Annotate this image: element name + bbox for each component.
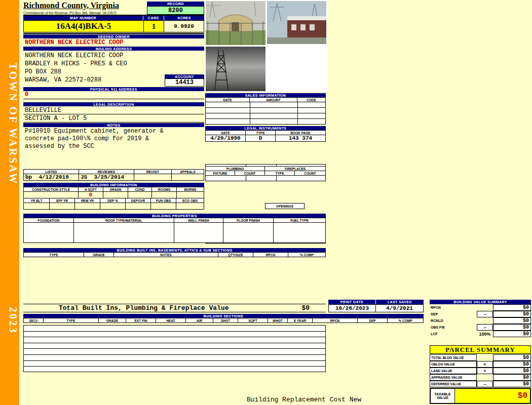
- depovr-field[interactable]: [125, 202, 151, 210]
- built-ins-total-label: Total Built Ins, Plumbing & Fireplace Va…: [59, 304, 229, 312]
- sec-comp-col: % COMP: [387, 318, 424, 323]
- sales-information-label: SALES INFORMATION: [205, 93, 326, 97]
- plumbing-fireplaces-subheader: FIXTURE COUNT TYPE COUNT: [205, 171, 326, 176]
- remyr-field[interactable]: [74, 202, 100, 210]
- built-ins-label: BUILDING BUILT INS, BASEMENTS, ATTICS & …: [23, 248, 326, 252]
- instrument-date-field[interactable]: 4/20/1990: [205, 135, 246, 142]
- notes-line: assessed by the SCC: [25, 143, 204, 150]
- record-field[interactable]: 8200: [147, 6, 204, 15]
- construction-style-field[interactable]: [23, 191, 79, 198]
- print-header-row: PRINT DATE LAST SAVED: [328, 300, 424, 304]
- rpcn-value: $0: [493, 304, 531, 311]
- revisit-field[interactable]: [134, 174, 172, 181]
- mailing-line: PO BOX 288: [25, 68, 167, 76]
- county-header: Richmond County, Virginia Commissioner o…: [23, 1, 147, 15]
- roof-field[interactable]: [73, 222, 174, 243]
- account-label: ACCOUNT: [165, 74, 204, 78]
- sec-eyear-col: E YEAR: [287, 318, 313, 323]
- sec-shgt-col: SHGT: [213, 318, 238, 323]
- reviewed-field[interactable]: JS 3/25/2014: [79, 174, 134, 181]
- map-divider: [23, 33, 204, 34]
- fireplace-type-col: TYPE: [264, 171, 295, 176]
- ecoobs-field[interactable]: [176, 202, 204, 210]
- instrument-type-field[interactable]: D: [245, 135, 276, 142]
- instrument-bookpage-field[interactable]: 143 374: [275, 135, 326, 142]
- mailing-line: BRADLEY H HICKS - PRES & CEO: [25, 60, 167, 68]
- dep-pct-field[interactable]: [100, 202, 126, 210]
- fixture-col: FIXTURE: [205, 171, 235, 176]
- lcf-factor: 100%: [477, 331, 493, 337]
- physical-address-field[interactable]: 0: [23, 91, 204, 99]
- cond-field[interactable]: [128, 191, 152, 198]
- card-label: CARD: [143, 16, 164, 20]
- foundation-field[interactable]: [23, 222, 74, 243]
- land-op: +: [477, 368, 493, 374]
- funobs-field[interactable]: [150, 202, 176, 210]
- building-properties-label: BUILDING PROPERTIES: [23, 214, 326, 218]
- building-info-values1: 0: [23, 191, 204, 198]
- sec-extfin-col: EXT FIN: [126, 318, 156, 323]
- building-value-summary-label: BUILDING VALUE SUMMARY: [430, 300, 531, 304]
- land-label: LAND VALUE: [430, 368, 477, 374]
- building-sections-header: SEC# TYPE GRADE EXT FIN HEAT AIR SHGT SQ…: [23, 318, 424, 323]
- lcf-label: LCF: [430, 331, 477, 337]
- yrblt-field[interactable]: [23, 202, 50, 210]
- notes-field[interactable]: P#10910 Equipment cabinet, generator & c…: [23, 128, 204, 168]
- floor-finish-field[interactable]: [223, 222, 274, 243]
- acres-field[interactable]: 0.0920: [164, 20, 204, 32]
- map-number-field[interactable]: 16A4(4)BKA-5: [23, 20, 144, 32]
- legal-description-line[interactable]: BELLEVILLE: [23, 106, 204, 114]
- sidebar-year-label: 2023: [0, 298, 19, 343]
- legal-description-line[interactable]: SECTION A - LOT 5: [23, 114, 204, 123]
- deeded-owner-label: DEEDED OWNER: [23, 34, 204, 38]
- map-header-row: MAP NUMBER CARD ACRES: [23, 16, 204, 20]
- wall-finish-field[interactable]: [174, 222, 223, 243]
- photo-brick-building[interactable]: [267, 1, 326, 44]
- sales-empty-rows: [205, 102, 326, 125]
- photo-metal-warehouse[interactable]: [206, 1, 265, 45]
- deferred-value: $0: [493, 381, 531, 387]
- builtin-type-col: TYPE: [23, 252, 84, 257]
- built-ins-header: TYPE GRADE NOTES QTY/SIZE RPCN % COMP: [23, 252, 326, 257]
- rpcn-op: [477, 304, 493, 311]
- sidebar: TOWN OF WARSAW 2023: [0, 0, 19, 405]
- total-bldg-op: [477, 354, 493, 361]
- appeals-field[interactable]: [171, 174, 204, 181]
- dep-label: DEP: [430, 311, 477, 317]
- rooms-field[interactable]: [151, 191, 177, 198]
- total-bldg-value: $0: [493, 354, 531, 361]
- fuel-type-field[interactable]: [273, 222, 326, 243]
- mailing-line: WARSAW, VA 22572-0288: [25, 76, 167, 84]
- openings-label: OPENINGS: [265, 203, 305, 209]
- plumbing-count-col: COUNT: [235, 171, 265, 176]
- building-value-summary: RPCN $0 DEP – $0 RCNLD $0 OBS F/E – $0 L…: [430, 304, 531, 337]
- mailing-address-field[interactable]: NORTHERN NECK ELECTRIC COOP BRADLEY H HI…: [25, 52, 167, 84]
- mailing-line: NORTHERN NECK ELECTRIC COOP: [25, 52, 167, 60]
- legal-description-label: LEGAL DESCRIPTION: [23, 102, 204, 106]
- obldg-op: +: [477, 361, 493, 368]
- map-value-row: 16A4(4)BKA-5 1 0.0920: [23, 20, 204, 32]
- sec-air-col: AIR: [185, 318, 213, 323]
- taxable-value-row: TAXABLE VALUE $0: [430, 388, 531, 404]
- photo-transmission-tower[interactable]: [206, 47, 265, 91]
- building-properties-values: [23, 222, 326, 243]
- last-saved-value: 4/9/2021: [375, 304, 424, 312]
- listed-value-row: bp 4/12/2019 JS 3/25/2014: [23, 174, 204, 181]
- card-field[interactable]: 1: [143, 20, 164, 32]
- built-ins-total-row: Total Built Ins, Plumbing & Fireplace Va…: [23, 304, 326, 312]
- county-title: Richmond County, Virginia: [23, 1, 147, 10]
- bdrms-field[interactable]: [176, 191, 204, 198]
- account-field[interactable]: 14413: [165, 78, 204, 87]
- photo-panel: [205, 0, 327, 92]
- obs-value: $0: [493, 324, 531, 331]
- listed-field[interactable]: bp 4/12/2019: [23, 174, 79, 181]
- record-label: RECORD: [147, 2, 204, 6]
- hsqft-field[interactable]: 0: [78, 191, 103, 198]
- total-bldg-label: TOTAL BLDG VALUE: [430, 354, 477, 361]
- dep-value: $0: [493, 311, 531, 317]
- deeded-owner-field[interactable]: NORTHERN NECK ELECTRIC COOP: [23, 39, 204, 46]
- print-date-label: PRINT DATE: [328, 300, 375, 304]
- effyr-field[interactable]: [49, 202, 75, 210]
- grade-field[interactable]: [103, 191, 128, 198]
- notes-label: NOTES: [23, 123, 204, 127]
